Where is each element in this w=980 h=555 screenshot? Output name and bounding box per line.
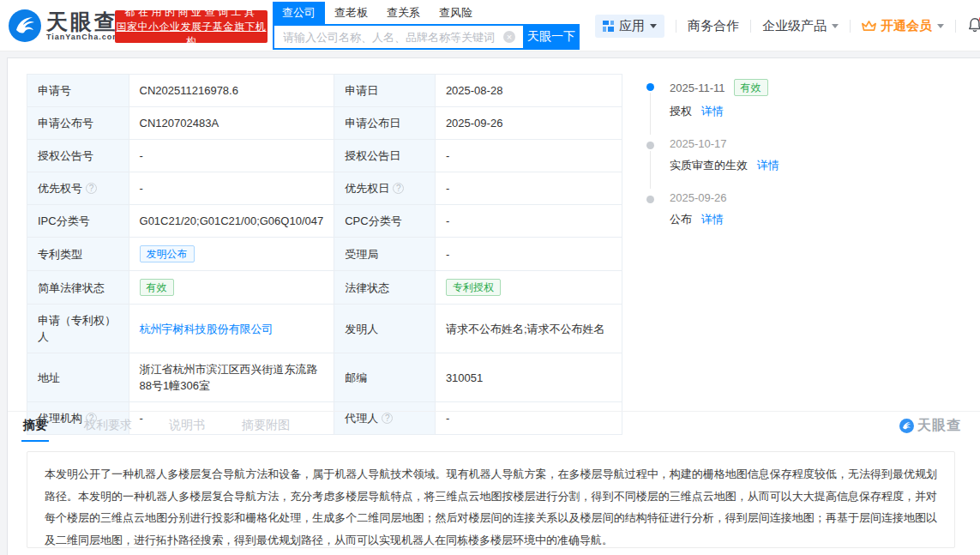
abstract-box: 本发明公开了一种机器人多楼层复合导航方法和设备，属于机器人导航技术领域。现有机器… — [27, 451, 955, 548]
field-label: 发明人 — [334, 305, 436, 353]
field-label: 申请日 — [334, 75, 436, 107]
timeline-event: 公布 — [670, 213, 692, 226]
search-input-wrap: × — [273, 24, 523, 50]
field-label: 法律状态 — [334, 271, 436, 305]
nav-enterprise-product[interactable]: 企业级产品 — [762, 18, 839, 34]
field-value: 310051 — [435, 353, 622, 402]
watermark-text: 天眼查 — [917, 417, 961, 435]
patent-info-table: 申请号 CN202511216978.6 申请日 2025-08-28 申请公布… — [27, 74, 622, 435]
help-icon[interactable]: ? — [393, 183, 404, 194]
header-nav: 应用 商务合作 企业级产品 开通会员 超级风... — [595, 14, 980, 38]
field-value: - — [129, 140, 334, 172]
tianyancha-watermark: 天眼查 — [899, 417, 961, 435]
apps-menu[interactable]: 应用 — [595, 15, 664, 38]
timeline-event-row: 公布 详情 — [670, 212, 972, 227]
table-row: 专利类型 发明公布 受理局 - — [27, 238, 622, 271]
field-label: 优先权号? — [27, 172, 129, 205]
field-label: 专利类型 — [27, 238, 129, 271]
help-icon[interactable]: ? — [86, 183, 97, 194]
search-tab-relation[interactable]: 查关系 — [377, 2, 430, 24]
field-label: 授权公告号 — [27, 140, 129, 172]
promo-line1: 都在用的商业查询工具 — [115, 5, 268, 20]
patent-type-tag: 发明公布 — [140, 245, 195, 262]
timeline-entry: 2025-09-26 公布 详情 — [646, 191, 972, 245]
enterprise-label: 企业级产品 — [762, 18, 827, 34]
field-label: 邮编 — [334, 353, 436, 402]
field-value: - — [129, 172, 334, 205]
chevron-down-icon — [832, 24, 839, 28]
logo-title: 天眼查 — [46, 10, 120, 33]
promo-line2: 国家中小企业发展子基金旗下机构 — [115, 20, 268, 49]
tab-description[interactable]: 说明书 — [167, 418, 207, 442]
vip-label: 开通会员 — [881, 18, 932, 34]
field-label: IPC分类号 — [27, 205, 129, 238]
tab-claims[interactable]: 权利要求 — [82, 418, 134, 442]
help-icon[interactable]: ? — [382, 413, 393, 424]
apps-label: 应用 — [619, 18, 645, 34]
nav-divider — [750, 20, 751, 33]
top-header: 天眼查 TianYanCha.com 都在用的商业查询工具 国家中小企业发展子基… — [0, 0, 980, 51]
nav-divider — [676, 20, 676, 33]
table-row: 申请号 CN202511216978.6 申请日 2025-08-28 — [27, 75, 622, 107]
timeline-dot-icon — [646, 83, 654, 91]
search-box: × 天眼一下 — [273, 24, 580, 50]
field-value: 发明公布 — [129, 238, 334, 271]
timeline-date-row: 2025-09-26 — [670, 191, 972, 204]
timeline-date-row: 2025-10-17 — [670, 137, 972, 150]
search-button[interactable]: 天眼一下 — [523, 24, 580, 50]
table-row: 申请公布号 CN120702483A 申请公布日 2025-09-26 — [27, 107, 622, 140]
timeline-detail-link[interactable]: 详情 — [701, 213, 724, 226]
field-value: G01C21/20;G01C21/00;G06Q10/047 — [129, 205, 334, 238]
field-value: CN120702483A — [129, 107, 334, 140]
field-label: 申请公布日 — [334, 107, 436, 140]
table-row: 授权公告号 - 授权公告日 - — [27, 140, 622, 172]
nav-divider — [955, 20, 956, 33]
notifications-bell[interactable] — [967, 17, 980, 34]
field-label: 申请（专利权）人 — [27, 305, 129, 353]
field-label: CPC分类号 — [334, 205, 436, 238]
clear-icon[interactable]: × — [503, 31, 515, 43]
timeline-dot-icon — [646, 196, 654, 203]
logo-text: 天眼查 TianYanCha.com — [46, 10, 120, 41]
chevron-down-icon — [937, 24, 944, 28]
field-value: - — [435, 140, 622, 172]
tianyancha-logo[interactable]: 天眼查 TianYanCha.com — [9, 9, 120, 42]
nav-vip-upgrade[interactable]: 开通会员 — [862, 18, 944, 34]
field-label: 申请公布号 — [27, 107, 129, 140]
field-label: 地址 — [27, 353, 129, 402]
search-tab-boss[interactable]: 查老板 — [325, 2, 377, 24]
field-label-text: 代理人 — [345, 412, 378, 425]
field-label: 简单法律状态 — [27, 271, 129, 305]
patent-detail-card: 申请号 CN202511216978.6 申请日 2025-08-28 申请公布… — [7, 57, 980, 555]
field-value: 请求不公布姓名;请求不公布姓名 — [435, 305, 622, 353]
tab-abstract[interactable]: 摘要 — [21, 418, 49, 442]
field-value: 杭州宇树科技股份有限公司 — [129, 305, 334, 353]
legal-status-timeline: 2025-11-11 有效 授权 详情 2025-10-17 实质审查的生效 详… — [646, 79, 972, 245]
timeline-entry: 2025-10-17 实质审查的生效 详情 — [646, 137, 972, 191]
tab-abstract-figure[interactable]: 摘要附图 — [240, 418, 292, 442]
logo-domain: TianYanCha.com — [46, 33, 120, 41]
crown-icon — [862, 20, 876, 33]
field-value: - — [435, 172, 622, 205]
timeline-detail-link[interactable]: 详情 — [757, 159, 779, 172]
timeline-detail-link[interactable]: 详情 — [701, 105, 724, 118]
simple-legal-status-tag: 有效 — [140, 279, 174, 296]
applicant-company-link[interactable]: 杭州宇树科技股份有限公司 — [140, 323, 274, 335]
field-value: - — [435, 238, 622, 271]
timeline-event: 实质审查的生效 — [670, 159, 748, 172]
timeline-entry: 2025-11-11 有效 授权 详情 — [646, 79, 972, 137]
timeline-event: 授权 — [670, 105, 692, 118]
search-tab-company[interactable]: 查公司 — [273, 2, 325, 24]
timeline-date-row: 2025-11-11 有效 — [670, 79, 972, 96]
table-row: 简单法律状态 有效 法律状态 专利授权 — [27, 271, 622, 305]
timeline-dot-icon — [646, 142, 654, 149]
tianyancha-logo-icon — [9, 9, 41, 42]
search-tab-risk[interactable]: 查风险 — [430, 2, 482, 24]
field-value: 专利授权 — [435, 271, 622, 305]
timeline-event-row: 实质审查的生效 详情 — [670, 158, 972, 173]
nav-business-coop[interactable]: 商务合作 — [688, 18, 739, 34]
field-value: 2025-08-28 — [435, 75, 622, 107]
field-value: - — [435, 205, 622, 238]
field-label: 代理人? — [334, 402, 436, 435]
search-input[interactable] — [273, 24, 523, 50]
